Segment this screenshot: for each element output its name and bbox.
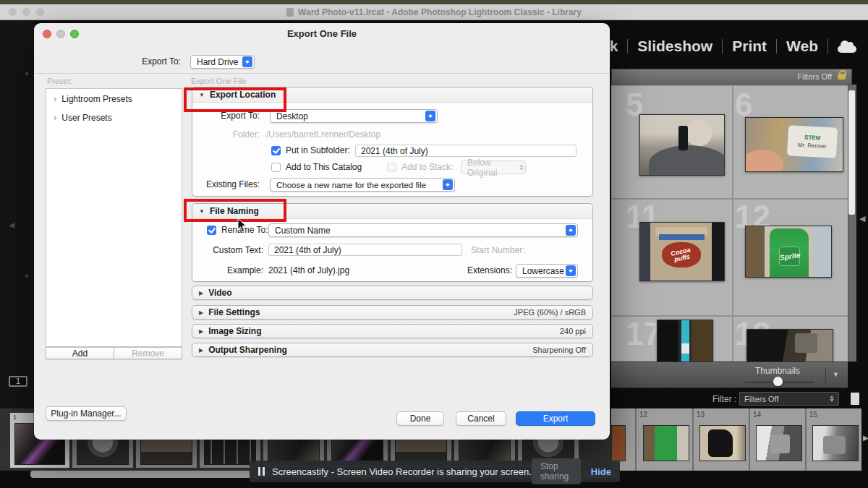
thumbnails-slider-thumb[interactable] (773, 377, 783, 386)
panel-disclosure-icon[interactable]: ▼ (24, 71, 30, 77)
panel-disclosure-icon[interactable]: ▼ (24, 273, 30, 280)
export-dialog: Export One File Export To: Hard Drive Pr… (34, 23, 610, 440)
existing-files-dropdown[interactable]: Choose a new name for the exported file (270, 178, 455, 192)
dropdown-stepper-icon (443, 179, 453, 190)
photo-thumbnail[interactable] (639, 114, 725, 176)
grid-view-badge[interactable]: 1 (9, 376, 27, 387)
mouse-cursor (237, 218, 247, 236)
chevron-right-icon[interactable]: › (54, 114, 56, 121)
photo-shape (681, 320, 689, 362)
filmstrip-scroll-right-icon[interactable]: ▶ (863, 434, 868, 442)
put-in-subfolder-checkbox[interactable] (271, 146, 281, 155)
extensions-dropdown[interactable]: Lowercase (516, 264, 578, 278)
photo-shape (708, 429, 733, 457)
photo-thumbnail[interactable]: Cocoa puffs (639, 222, 725, 281)
photo-shape (659, 234, 705, 240)
export-location-header[interactable]: ▼ Export Location (192, 87, 592, 103)
done-button[interactable]: Done (396, 411, 444, 426)
video-section[interactable]: ▶ Video (192, 286, 593, 300)
file-settings-section[interactable]: ▶ File Settings JPEG (60%) / sRGB (192, 305, 593, 320)
filmstrip-cell-number: 13 (697, 411, 705, 419)
photo-thumbnail[interactable] (611, 425, 626, 461)
grid-line (635, 408, 637, 471)
file-naming-title: File Naming (210, 206, 259, 216)
window-minimize-button[interactable] (22, 8, 30, 16)
disclosure-closed-icon[interactable]: ▶ (199, 328, 203, 335)
collapse-right-panel-icon[interactable]: ◀ (859, 214, 865, 223)
rename-to-dropdown[interactable]: Custom Name (268, 223, 578, 237)
photo-thumbnail[interactable] (756, 425, 802, 461)
filters-status-label[interactable]: Filters Off (798, 72, 832, 81)
grid-filter-bar: Filters Off (611, 69, 852, 85)
divider (825, 368, 826, 383)
card-name-text: Mr. Renner (798, 142, 827, 150)
image-sizing-section[interactable]: ▶ Image Sizing 240 ppi (192, 324, 593, 338)
location-export-to-label: Export To: (221, 111, 260, 121)
photo-thumbnail[interactable] (812, 425, 859, 461)
example-value: 2021 (4th of July).jpg (268, 265, 349, 275)
rename-to-value: Custom Name (275, 226, 331, 236)
disclosure-closed-icon[interactable]: ▶ (199, 290, 203, 296)
file-settings-title: File Settings (208, 307, 260, 317)
disclosure-closed-icon[interactable]: ▶ (199, 347, 203, 354)
file-settings-summary: JPEG (60%) / sRGB (514, 308, 586, 317)
remove-preset-button[interactable]: Remove (114, 347, 182, 359)
grid-line (749, 408, 750, 471)
output-sharpening-section[interactable]: ▶ Output Sharpening Sharpening Off (192, 343, 593, 357)
stop-sharing-button[interactable]: Stop sharing (532, 458, 581, 484)
filter-dropdown[interactable]: Filters Off (739, 392, 839, 406)
module-print[interactable]: Print (732, 38, 767, 55)
disclosure-closed-icon[interactable]: ▶ (199, 309, 203, 316)
filter-lock-icon[interactable] (838, 74, 846, 80)
card-brand-text: STEM (804, 134, 821, 141)
export-button[interactable]: Export (516, 411, 595, 426)
screen: Ward Photo-v11.lrcat - Adobe Photoshop L… (0, 0, 868, 488)
add-preset-button[interactable]: Add (46, 347, 114, 359)
file-naming-header[interactable]: ▼ File Naming (192, 204, 592, 219)
left-panel: ▼ ▼ ◀ 1 (0, 20, 34, 470)
preset-item-lightroom-presets[interactable]: › Lightroom Presets (46, 89, 182, 108)
location-export-to-dropdown[interactable]: Desktop (270, 109, 438, 123)
content-heading: Export One File (191, 77, 246, 85)
photo-thumbnail[interactable] (657, 320, 713, 363)
filmstrip-toggle-button[interactable] (851, 393, 859, 405)
custom-text-label: Custom Text: (213, 245, 263, 255)
module-web[interactable]: Web (786, 38, 818, 55)
grid-toolbar: Thumbnails ▼ (611, 361, 848, 388)
dropdown-stepper-icon (566, 265, 576, 276)
cancel-button[interactable]: Cancel (456, 411, 506, 426)
rename-to-checkbox[interactable] (207, 226, 216, 235)
photo-thumbnail[interactable] (746, 329, 833, 363)
window-title: Ward Photo-v11.lrcat - Adobe Photoshop L… (298, 7, 582, 17)
hide-notification-button[interactable]: Hide (591, 466, 611, 477)
chevron-right-icon[interactable]: › (54, 95, 56, 103)
custom-text-input[interactable]: 2021 (4th of July) (268, 244, 462, 256)
grid-scrollbar-thumb[interactable] (848, 90, 855, 215)
add-to-stack-checkbox[interactable] (387, 163, 396, 172)
photo-thumbnail[interactable] (643, 425, 689, 461)
grid-cell-number: 6 (735, 89, 752, 121)
photo-thumbnail[interactable] (699, 425, 746, 461)
disclosure-open-icon[interactable]: ▼ (199, 208, 205, 215)
file-naming-panel: ▼ File Naming Rename To: Custom Name Cus… (192, 203, 593, 282)
photo-thumbnail[interactable]: STEM Mr. Renner (745, 117, 843, 172)
subfolder-name-input[interactable]: 2021 (4th of July) (355, 145, 576, 157)
export-to-dropdown[interactable]: Hard Drive (190, 55, 255, 69)
toolbar-chevron-icon[interactable]: ▼ (833, 371, 839, 378)
add-to-catalog-checkbox[interactable] (271, 163, 281, 172)
cloud-sync-icon[interactable] (838, 46, 856, 53)
photo-thumbnail[interactable]: Sprite (745, 226, 832, 278)
stack-position-value: Below Original (467, 158, 519, 178)
photo-shape (745, 150, 783, 172)
collapse-left-panel-icon[interactable]: ◀ (9, 221, 14, 230)
window-close-button[interactable] (9, 8, 17, 16)
image-sizing-summary: 240 ppi (560, 327, 586, 335)
divider (776, 39, 777, 53)
module-slideshow[interactable]: Slideshow (637, 38, 712, 55)
export-location-title: Export Location (210, 90, 276, 100)
disclosure-open-icon[interactable]: ▼ (199, 92, 205, 98)
window-zoom-button[interactable] (36, 8, 44, 16)
stack-position-dropdown[interactable]: Below Original (461, 160, 526, 174)
plugin-manager-button[interactable]: Plug-in Manager... (46, 406, 127, 421)
preset-item-user-presets[interactable]: › User Presets (46, 108, 182, 127)
